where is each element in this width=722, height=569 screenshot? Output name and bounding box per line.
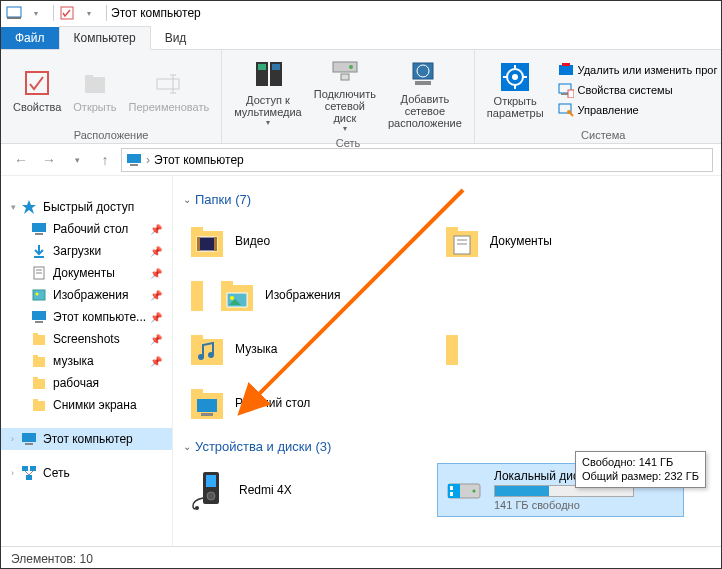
svg-rect-86 — [191, 389, 203, 395]
svg-rect-19 — [415, 81, 431, 85]
pin-icon: 📌 — [150, 224, 162, 235]
open-icon — [79, 67, 111, 99]
folder-icon — [187, 275, 203, 315]
folder-item[interactable]: Документы — [438, 217, 683, 265]
tab-view[interactable]: Вид — [151, 27, 201, 49]
svg-rect-34 — [127, 154, 141, 163]
sysprops-icon — [558, 82, 574, 98]
svg-rect-35 — [130, 164, 138, 166]
ribbon-group-network: Доступ к мультимедиа ▾ Подключить сетево… — [222, 50, 475, 143]
nav-history-dropdown[interactable]: ▾ — [65, 148, 89, 172]
qat-dropdown-icon[interactable]: ▾ — [27, 4, 45, 22]
folder-item[interactable]: Рабочий стол — [183, 379, 428, 427]
svg-rect-65 — [197, 237, 200, 251]
add-netlocation-button[interactable]: Добавить сетевое расположение — [382, 57, 468, 131]
sidebar-item-icon — [31, 265, 47, 281]
sidebar-network[interactable]: › Сеть — [1, 462, 172, 484]
sidebar-this-pc[interactable]: › Этот компьютер — [1, 428, 172, 450]
svg-rect-31 — [568, 90, 574, 98]
svg-rect-55 — [22, 433, 36, 442]
folder-item-partial[interactable] — [438, 325, 458, 373]
svg-rect-54 — [33, 399, 38, 402]
ribbon-group-location: Свойства Открыть Переименовать Расположе… — [1, 50, 222, 143]
svg-rect-75 — [221, 281, 233, 287]
device-redmi[interactable]: Redmi 4X — [183, 464, 428, 516]
svg-rect-27 — [559, 65, 573, 75]
svg-line-60 — [25, 471, 29, 475]
qat-properties-icon[interactable] — [58, 4, 76, 22]
folder-item[interactable]: Изображения — [213, 271, 458, 319]
properties-icon — [21, 67, 53, 99]
sidebar-item[interactable]: Документы📌 — [1, 262, 172, 284]
main-area: ▾ Быстрый доступ Рабочий стол📌Загрузки📌Д… — [1, 176, 721, 546]
chevron-down-icon: ▾ — [343, 124, 347, 133]
svg-point-97 — [473, 490, 476, 493]
svg-point-82 — [208, 352, 214, 358]
caret-icon: › — [11, 434, 19, 444]
sidebar-item[interactable]: Загрузки📌 — [1, 240, 172, 262]
svg-rect-57 — [22, 466, 28, 471]
folder-label: Документы — [490, 234, 552, 248]
map-netdrive-button[interactable]: Подключить сетевой диск ▾ — [308, 52, 382, 135]
chevron-down-icon: ⌄ — [183, 441, 191, 452]
pin-icon: 📌 — [150, 268, 162, 279]
sidebar-quick-access[interactable]: ▾ Быстрый доступ — [1, 196, 172, 218]
svg-rect-49 — [33, 357, 45, 367]
svg-rect-5 — [85, 75, 93, 79]
svg-rect-0 — [7, 7, 21, 17]
svg-point-33 — [567, 110, 571, 114]
tab-computer[interactable]: Компьютер — [59, 26, 151, 50]
qat-dropdown2-icon[interactable]: ▾ — [80, 4, 98, 22]
chevron-down-icon: ▾ — [266, 118, 270, 127]
sidebar-item[interactable]: Снимки экрана — [1, 394, 172, 416]
svg-rect-59 — [26, 475, 32, 480]
properties-button[interactable]: Свойства — [7, 65, 67, 115]
folder-icon — [442, 329, 458, 369]
svg-rect-83 — [446, 339, 458, 365]
section-folders[interactable]: ⌄ Папки (7) — [183, 192, 711, 207]
nav-back-button[interactable]: ← — [9, 148, 33, 172]
svg-rect-68 — [446, 227, 458, 233]
folder-label: Музыка — [235, 342, 277, 356]
folder-item[interactable]: Видео — [183, 217, 428, 265]
svg-rect-16 — [341, 74, 349, 80]
uninstall-button[interactable]: Удалить или изменить программу — [554, 60, 722, 80]
folder-label: Видео — [235, 234, 270, 248]
svg-point-92 — [195, 506, 199, 510]
sidebar-item-label: Рабочий стол — [53, 222, 128, 236]
svg-rect-6 — [157, 79, 179, 89]
manage-button[interactable]: Управление — [554, 100, 722, 120]
sidebar-item[interactable]: Рабочий стол📌 — [1, 218, 172, 240]
open-settings-button[interactable]: Открыть параметры — [481, 59, 550, 121]
nav-up-button[interactable]: ↑ — [93, 148, 117, 172]
rename-icon — [153, 67, 185, 99]
sidebar-item-label: Изображения — [53, 288, 128, 302]
sidebar-item-icon — [31, 397, 47, 413]
svg-rect-4 — [85, 77, 105, 93]
nav-forward-button[interactable]: → — [37, 148, 61, 172]
svg-rect-52 — [33, 377, 38, 380]
media-access-button[interactable]: Доступ к мультимедиа ▾ — [228, 58, 308, 129]
ribbon-group-system: Открыть параметры Удалить или изменить п… — [475, 50, 722, 143]
pc-icon — [21, 431, 37, 447]
tab-file[interactable]: Файл — [1, 27, 59, 49]
app-icon — [5, 4, 23, 22]
sidebar-item[interactable]: Screenshots📌 — [1, 328, 172, 350]
svg-rect-48 — [33, 333, 38, 336]
sidebar-item[interactable]: музыка📌 — [1, 350, 172, 372]
sidebar-item[interactable]: рабочая — [1, 372, 172, 394]
sidebar-item-icon — [31, 309, 47, 325]
system-props-button[interactable]: Свойства системы — [554, 80, 722, 100]
svg-rect-66 — [214, 237, 217, 251]
folder-item[interactable]: Музыка — [183, 325, 428, 373]
sidebar-item[interactable]: Этот компьюте...📌 — [1, 306, 172, 328]
folder-item-partial[interactable] — [183, 271, 203, 319]
sidebar-item[interactable]: Изображения📌 — [1, 284, 172, 306]
rename-button: Переименовать — [123, 65, 216, 115]
pin-icon: 📌 — [150, 312, 162, 323]
sidebar-item-icon — [31, 287, 47, 303]
svg-rect-43 — [33, 290, 45, 300]
manage-icon — [558, 102, 574, 118]
sidebar-item-label: музыка — [53, 354, 94, 368]
breadcrumb[interactable]: › Этот компьютер — [121, 148, 713, 172]
